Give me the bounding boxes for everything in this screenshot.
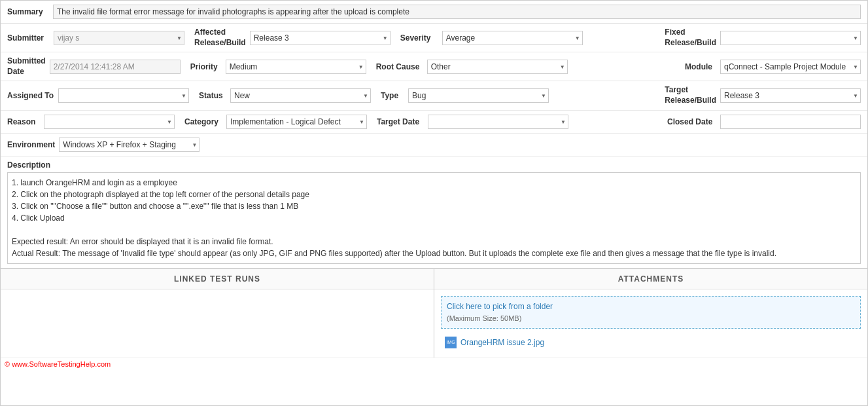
reason-select[interactable] [44, 115, 175, 129]
summary-row: Summary [1, 1, 867, 24]
linked-tests-header: LINKED TEST RUNS [1, 269, 434, 289]
attachment-link[interactable]: Click here to pick from a folder [447, 302, 855, 311]
assigned-to-select-wrapper [58, 88, 189, 103]
desc-line3: 3. Click on ""Choose a file"" button and… [12, 200, 856, 212]
closed-date-group: Closed Date [667, 115, 861, 129]
status-label: Status [199, 91, 226, 100]
root-cause-select-wrapper: Other [427, 60, 568, 74]
linked-tests-content [1, 289, 434, 342]
category-select-wrapper: Implementation - Logical Defect [226, 115, 367, 129]
target-date-label: Target Date [377, 117, 424, 126]
desc-expected: Expected result: An error should be disp… [12, 236, 856, 248]
type-select-wrapper: Bug [408, 88, 549, 103]
affected-release-select[interactable]: Release 3 [250, 31, 391, 45]
reason-label: Reason [7, 117, 40, 126]
submitter-group: Submitter vijay s [7, 31, 184, 45]
attachment-hint: (Maximum Size: 50MB) [447, 314, 521, 322]
desc-line2: 2. Click on the photograph displayed at … [12, 189, 856, 200]
row1: Submitter vijay s Affected Release/Build… [1, 24, 867, 52]
assigned-to-select[interactable] [58, 88, 189, 103]
footer-text: © www.SoftwareTestingHelp.com [5, 360, 111, 368]
target-release-label: Target Release/Build [665, 85, 716, 105]
environment-group: Environment Windows XP + Firefox + Stagi… [7, 138, 200, 152]
assigned-to-group: Assigned To [7, 88, 189, 103]
row2: Submitted Date Priority Medium Root Caus… [1, 52, 867, 81]
reason-select-wrapper [44, 115, 175, 129]
priority-select[interactable]: Medium [226, 60, 366, 74]
severity-group: Severity Average [400, 31, 583, 45]
description-text: 1. launch OrangeHRM and login as a emplo… [7, 172, 861, 264]
environment-label: Environment [7, 140, 55, 149]
category-group: Category Implementation - Logical Defect [184, 115, 367, 129]
type-select[interactable]: Bug [408, 88, 549, 103]
type-group: Type Bug [381, 88, 549, 103]
status-select[interactable]: New [230, 88, 371, 103]
module-select[interactable]: qConnect - Sample Project Module root [720, 60, 861, 74]
attachment-drop-area[interactable]: Click here to pick from a folder (Maximu… [441, 296, 861, 329]
root-cause-label: Root Cause [376, 62, 423, 71]
desc-line4: 4. Click Upload [12, 212, 856, 224]
row3: Assigned To Status New Type Bug [1, 81, 867, 110]
target-date-group: Target Date [377, 115, 568, 129]
module-select-wrapper: qConnect - Sample Project Module root [720, 60, 861, 74]
closed-date-label: Closed Date [667, 117, 716, 126]
submitted-date-label: Submitted Date [7, 56, 46, 77]
root-cause-select[interactable]: Other [427, 60, 568, 74]
footer: © www.SoftwareTestingHelp.com [1, 358, 867, 370]
module-group: Module qConnect - Sample Project Module … [685, 60, 861, 74]
fixed-release-label: Fixed Release/Build [665, 28, 716, 48]
submitter-select[interactable]: vijay s [54, 31, 184, 45]
status-group: Status New [199, 88, 371, 103]
category-select[interactable]: Implementation - Logical Defect [226, 115, 367, 129]
submitted-date-group: Submitted Date [7, 56, 181, 77]
desc-actual: Actual Result: The message of 'Invalid f… [12, 248, 856, 259]
affected-release-group: Affected Release/Build Release 3 [194, 28, 391, 48]
linked-test-runs-panel: LINKED TEST RUNS [1, 269, 434, 358]
affected-release-select-wrapper: Release 3 [250, 31, 391, 45]
target-release-select-wrapper: Release 3 [720, 88, 861, 103]
main-container: Summary Submitter vijay s Affected Relea… [0, 0, 868, 406]
fixed-release-group: Fixed Release/Build [665, 28, 861, 48]
submitter-label: Submitter [7, 33, 50, 43]
environment-select[interactable]: Windows XP + Firefox + Staging [59, 138, 200, 152]
submitter-select-wrapper: vijay s [54, 31, 184, 45]
severity-label: Severity [400, 33, 438, 43]
assigned-to-label: Assigned To [7, 91, 54, 100]
desc-line1: 1. launch OrangeHRM and login as a emplo… [12, 177, 856, 189]
attachment-filename[interactable]: OrangeHRM issue 2.jpg [460, 338, 544, 347]
submitted-date-input [50, 60, 181, 74]
fixed-release-select-wrapper [720, 31, 861, 45]
target-release-group: Target Release/Build Release 3 [665, 85, 861, 105]
description-section: Description 1. launch OrangeHRM and logi… [1, 157, 867, 268]
target-date-select-wrapper [428, 115, 568, 129]
row4: Reason Category Implementation - Logical… [1, 111, 867, 134]
attachments-content: Click here to pick from a folder (Maximu… [434, 289, 867, 358]
attachments-header: ATTACHMENTS [434, 269, 867, 289]
category-label: Category [184, 117, 222, 126]
target-release-select[interactable]: Release 3 [720, 88, 861, 103]
target-date-select[interactable] [428, 115, 568, 129]
priority-group: Priority Medium [190, 60, 366, 74]
summary-label: Summary [7, 7, 53, 16]
attachment-file-item: IMG OrangeHRM issue 2.jpg [441, 334, 861, 351]
environment-select-wrapper: Windows XP + Firefox + Staging [59, 138, 200, 152]
summary-input[interactable] [53, 5, 861, 19]
file-icon: IMG [445, 337, 457, 348]
priority-select-wrapper: Medium [226, 60, 366, 74]
reason-group: Reason [7, 115, 175, 129]
closed-date-input[interactable] [720, 115, 861, 129]
attachments-panel: ATTACHMENTS Click here to pick from a fo… [434, 269, 867, 358]
severity-select-wrapper: Average [442, 31, 583, 45]
fixed-release-select[interactable] [720, 31, 861, 45]
row5: Environment Windows XP + Firefox + Stagi… [1, 134, 867, 157]
priority-label: Priority [190, 62, 222, 71]
severity-select[interactable]: Average [442, 31, 583, 45]
bottom-panels: LINKED TEST RUNS ATTACHMENTS Click here … [1, 268, 867, 358]
module-label: Module [685, 62, 716, 71]
type-label: Type [381, 91, 404, 100]
status-select-wrapper: New [230, 88, 371, 103]
affected-release-label: Affected Release/Build [194, 28, 246, 48]
description-label: Description [7, 160, 861, 170]
root-cause-group: Root Cause Other [376, 60, 568, 74]
